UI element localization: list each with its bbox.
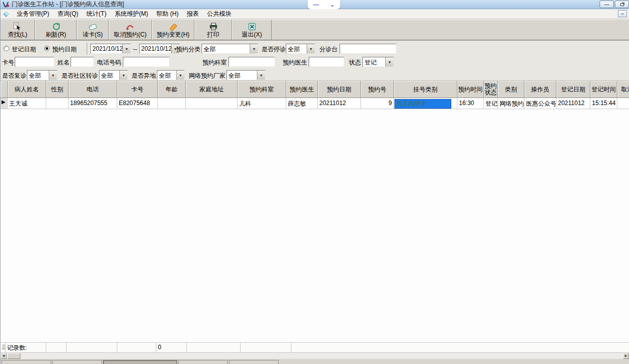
col-header-operator[interactable]: 操作员 [524,81,556,98]
menu-maintenance[interactable]: 系统维护(M) [111,9,152,19]
scroll-left-arrow[interactable]: ◄ [1,353,7,359]
menu-business[interactable]: 业务管理(P) [13,9,53,19]
restore-button[interactable] [615,1,629,8]
col-header-category[interactable]: 类别 [498,81,524,98]
print-button[interactable]: 打印 [194,20,232,40]
cell-appt-no[interactable]: 9 [361,98,394,109]
scroll-right-arrow[interactable]: ► [623,353,629,359]
cell-appt-time[interactable]: 16:30 [457,98,484,109]
revisit-select[interactable]: 全部 ▼ [27,70,57,80]
bottom-tab-bar: 门诊病人就诊 全院病历查询 门诊预约病人信息查询 预约挂号管理 预约病人查询 [1,359,629,364]
col-header-address[interactable]: 家庭地址 [186,81,238,98]
cell-reg-date[interactable]: 20211012 [556,98,590,109]
appointment-category-select[interactable]: 全部 ▼ [202,44,258,54]
col-header-appt-time[interactable]: 预约时间 [457,81,484,98]
tab-outpatient-visit[interactable]: 门诊病人就诊 [2,360,51,364]
cell-appt-status[interactable]: 登记 [484,98,498,109]
find-button[interactable]: 查找(L) [1,20,35,40]
col-header-appt-status[interactable]: 预约状态 [484,81,498,98]
menu-query[interactable]: 查询(Q) [53,9,82,19]
phone-input[interactable] [123,57,170,67]
col-header-dept[interactable]: 预约科室 [238,81,286,98]
col-header-card-no[interactable]: 卡号 [117,81,158,98]
col-header-doctor[interactable]: 预约医生 [286,81,318,98]
col-header-reg-date[interactable]: 登记日期 [556,81,590,98]
date-to-select[interactable]: 2021/10/12 ▼ [139,44,180,54]
cell-patient-name[interactable]: 王天诚 [8,98,46,109]
overlay-minimize-icon[interactable]: — [313,2,319,7]
minimize-button[interactable]: — [600,1,614,8]
col-header-gender[interactable]: 性别 [46,81,69,98]
chevron-down-icon[interactable]: ⌄ [329,2,335,7]
phone-label: 电话号码 [97,58,121,67]
network-vendor-select[interactable]: 全部 ▼ [226,70,266,80]
selected-cell[interactable]: 员工内部卡 [394,99,451,109]
col-header-age[interactable]: 年龄 [158,81,186,98]
menu-statistics[interactable]: 统计(T) [82,9,110,19]
triage-desk-input[interactable] [340,44,396,54]
cell-reg-type[interactable]: 员工内部卡 [394,98,457,109]
dept-label: 预约科室 [203,58,227,67]
menu-help[interactable]: 帮助 (H) [152,9,183,19]
exit-button[interactable]: 退出(X) [232,20,272,40]
cell-card-no[interactable]: E82075648 [117,98,158,109]
cell-age[interactable] [158,98,186,109]
menu-public-module[interactable]: 公共模块 [203,9,236,19]
appointment-category-label: 预约分类 [176,45,201,54]
dept-input[interactable] [228,57,275,67]
window-controls: — [600,1,629,8]
col-header-appt-date[interactable]: 预约日期 [318,81,361,98]
scrollbar-thumb[interactable] [7,353,20,359]
cell-dept[interactable]: 儿科 [238,98,286,109]
triage-desk-label: 分诊台 [319,45,338,54]
date-from-select[interactable]: 2021/10/12 ▼ [90,44,131,54]
tab-appointment-info-query[interactable]: 门诊预约病人信息查询 [103,360,177,364]
col-header-phone[interactable]: 电话 [69,81,117,98]
cell-reg-time[interactable]: 15:15:44 [590,98,617,109]
change-appointment-button[interactable]: 预约变更(H) [152,20,194,40]
cell-cancel[interactable] [617,98,629,109]
menu-gem-icon [3,11,10,18]
status-select[interactable]: 登记 ▼ [362,57,394,67]
radio-registration-date-label: 登记日期 [12,45,36,54]
tab-appointment-patient-query[interactable]: 预约病人查询 [229,360,279,364]
col-header-reg-time[interactable]: 登记时间 [590,81,617,98]
grid-header: 病人姓名 性别 电话 卡号 年龄 家庭地址 预约科室 预约医生 预约日期 预约号… [1,81,629,98]
cell-category[interactable]: 网络预约 [498,98,524,109]
doctor-input[interactable] [309,57,344,67]
radio-registration-date[interactable] [4,46,9,51]
cell-doctor[interactable]: 薛志敏 [286,98,318,109]
menu-report[interactable]: 报表 [183,9,203,19]
col-header-appt-no[interactable]: 预约号 [361,81,394,98]
nonlocal-label: 是否异地 [131,72,156,80]
cell-phone[interactable]: 18965207555 [69,98,117,109]
read-card-button[interactable]: 读卡(S) [77,20,109,40]
cancel-appointment-button[interactable]: 取消预约(C) [109,20,152,40]
tab-hospital-record-query[interactable]: 全院病历查询 [52,360,102,364]
tab-appointment-registration[interactable]: 预约挂号管理 [178,360,228,364]
col-header-patient-name[interactable]: 病人姓名 [8,81,46,98]
col-header-reg-type[interactable]: 挂号类别 [394,81,457,98]
filter-row-2: 卡号 姓名 电话号码 预约科室 预约医生 状态 登记 ▼ [1,56,629,68]
nonlocal-select[interactable]: 全部 ▼ [157,70,185,80]
card-no-input[interactable] [15,57,54,67]
community-referral-select[interactable]: 全部 ▼ [99,70,128,80]
radio-appointment-date[interactable] [44,46,50,51]
table-row[interactable]: ▶ 王天诚 18965207555 E82075648 儿科 薛志敏 20211… [1,98,629,109]
is-suspended-select[interactable]: 全部 ▼ [286,44,315,54]
refresh-button[interactable]: 刷新(R) [35,20,77,40]
cell-gender[interactable] [46,98,69,109]
horizontal-scrollbar[interactable]: ◄ ► [1,353,629,359]
col-header-cancel[interactable]: 取消 [617,81,629,98]
chevron-down-icon: ▼ [257,71,265,80]
cell-address[interactable] [186,98,238,109]
app-window: 门诊医生工作站 - [门诊预约病人信息查询] — ⌄ — 业务管理(P) 查询(… [0,0,629,364]
cell-operator[interactable]: 医惠公众号 [524,98,556,109]
grid-empty-area [1,109,629,342]
cell-appt-date[interactable]: 20211012 [318,98,361,109]
name-input[interactable] [71,57,94,67]
exit-icon [248,22,256,31]
mdi-minimize-button[interactable]: – [618,10,627,17]
app-icon [2,1,10,8]
filter-row-3: 是否复诊 全部 ▼ 是否社区转诊 全部 ▼ 是否异地 全部 ▼ 网络预约厂家 全… [1,69,629,81]
